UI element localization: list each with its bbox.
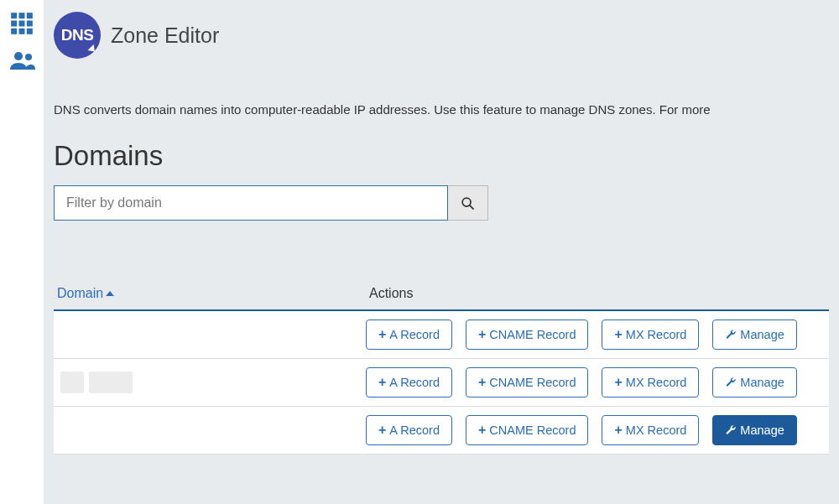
svg-rect-0 — [11, 13, 17, 18]
svg-rect-2 — [27, 13, 33, 18]
add-mx-record-button[interactable]: +MX Record — [602, 415, 699, 445]
plus-icon: + — [478, 423, 486, 437]
table-body: +A Record +CNAME Record +MX Record Manag… — [54, 311, 829, 455]
actions-cell: +A Record +CNAME Record +MX Record Manag… — [366, 367, 797, 397]
add-cname-record-button[interactable]: +CNAME Record — [466, 320, 588, 350]
add-mx-record-button[interactable]: +MX Record — [602, 320, 699, 350]
redacted-text — [89, 372, 133, 393]
svg-rect-1 — [19, 13, 25, 18]
add-cname-record-button[interactable]: +CNAME Record — [466, 415, 588, 445]
sidebar — [0, 0, 44, 504]
table-row: +A Record +CNAME Record +MX Record Manag… — [54, 407, 829, 455]
plus-icon: + — [378, 376, 386, 389]
actions-cell: +A Record +CNAME Record +MX Record Manag… — [366, 320, 797, 350]
zone-editor-icon: DNS — [54, 12, 101, 59]
users-icon[interactable] — [8, 50, 35, 70]
page-title: Zone Editor — [111, 23, 219, 48]
page-header: DNS Zone Editor — [44, 0, 839, 65]
svg-line-12 — [470, 205, 474, 209]
manage-button[interactable]: Manage — [712, 415, 796, 445]
svg-rect-3 — [11, 21, 17, 27]
table-row: +A Record +CNAME Record +MX Record Manag… — [54, 311, 829, 359]
plus-icon: + — [614, 376, 622, 389]
plus-icon: + — [478, 328, 486, 341]
manage-button[interactable]: Manage — [712, 320, 796, 350]
svg-point-9 — [14, 52, 23, 60]
add-cname-record-button[interactable]: +CNAME Record — [466, 367, 588, 397]
redacted-text — [60, 372, 84, 393]
plus-icon: + — [614, 328, 622, 341]
plus-icon: + — [478, 376, 486, 389]
actions-cell: +A Record +CNAME Record +MX Record Manag… — [366, 415, 797, 445]
plus-icon: + — [378, 423, 386, 437]
wrench-icon — [725, 329, 737, 340]
filter-row — [44, 182, 839, 221]
table-row: +A Record +CNAME Record +MX Record Manag… — [54, 359, 829, 407]
column-domain-label: Domain — [57, 286, 103, 301]
svg-rect-8 — [27, 29, 33, 34]
table-header: Domain Actions — [54, 281, 829, 311]
search-button[interactable] — [448, 185, 488, 221]
add-a-record-button[interactable]: +A Record — [366, 415, 452, 445]
column-actions: Actions — [366, 281, 416, 306]
domains-table: Domain Actions +A Record +CNAME Record +… — [54, 281, 829, 455]
icon-text: DNS — [61, 26, 94, 44]
filter-input[interactable] — [54, 185, 448, 221]
add-a-record-button[interactable]: +A Record — [366, 367, 452, 397]
domain-cell — [54, 372, 366, 393]
svg-rect-5 — [27, 21, 33, 27]
intro-text: DNS converts domain names into computer-… — [44, 65, 839, 117]
manage-button[interactable]: Manage — [712, 367, 796, 397]
wrench-icon — [725, 424, 737, 436]
svg-rect-6 — [11, 29, 17, 34]
wrench-icon — [725, 377, 737, 388]
section-title-domains: Domains — [44, 117, 839, 182]
plus-icon: + — [378, 328, 386, 341]
sort-asc-icon — [106, 291, 114, 296]
plus-icon: + — [614, 423, 622, 437]
search-icon — [461, 196, 475, 210]
svg-point-11 — [462, 198, 471, 206]
add-a-record-button[interactable]: +A Record — [366, 320, 452, 350]
svg-rect-7 — [19, 29, 25, 34]
column-domain[interactable]: Domain — [54, 281, 366, 306]
svg-point-10 — [25, 54, 32, 60]
svg-rect-4 — [19, 21, 25, 27]
add-mx-record-button[interactable]: +MX Record — [602, 367, 699, 397]
main-content: DNS Zone Editor DNS converts domain name… — [44, 0, 839, 504]
apps-grid-icon[interactable] — [10, 12, 34, 35]
